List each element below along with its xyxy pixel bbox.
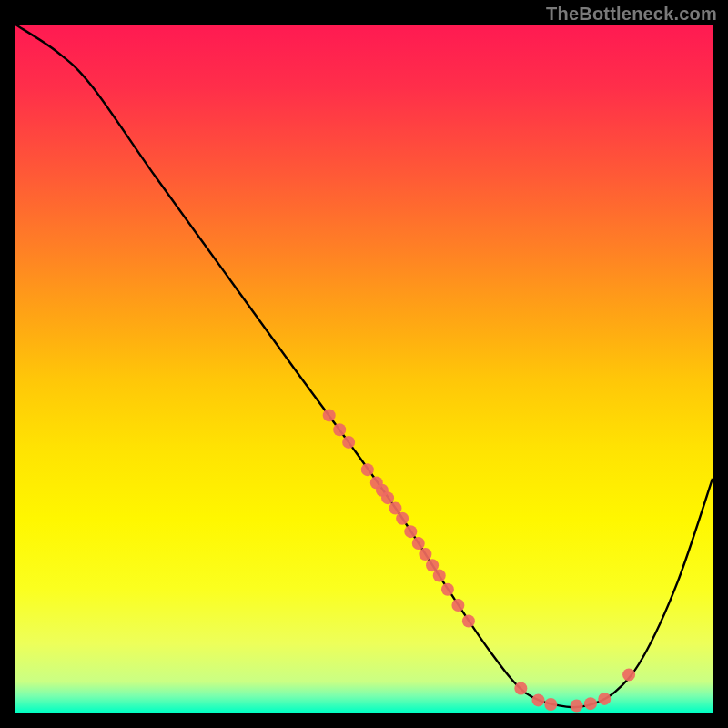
chart-container: TheBottleneck.com [0,0,728,728]
marker-dot [514,682,527,695]
sample-points [323,409,635,712]
watermark-text: TheBottleneck.com [546,4,717,25]
marker-dot [333,423,346,436]
marker-dot [323,409,336,421]
marker-dot [404,525,417,538]
marker-dot [451,599,464,612]
marker-dot [419,548,431,561]
marker-dot [584,697,597,710]
marker-dot [361,463,374,476]
chart-svg [15,25,713,713]
marker-dot [381,491,394,504]
marker-dot [532,693,545,706]
marker-dot [571,699,583,712]
marker-dot [462,614,475,627]
marker-dot [433,570,446,582]
marker-dot [426,559,439,571]
bottleneck-curve [15,25,713,707]
marker-dot [342,436,355,449]
marker-dot [389,501,401,514]
plot-area [15,25,713,713]
marker-dot [412,537,425,550]
marker-dot [622,668,635,681]
marker-dot [396,512,409,525]
marker-dot [598,693,611,705]
marker-dot [544,698,557,711]
marker-dot [441,583,454,596]
